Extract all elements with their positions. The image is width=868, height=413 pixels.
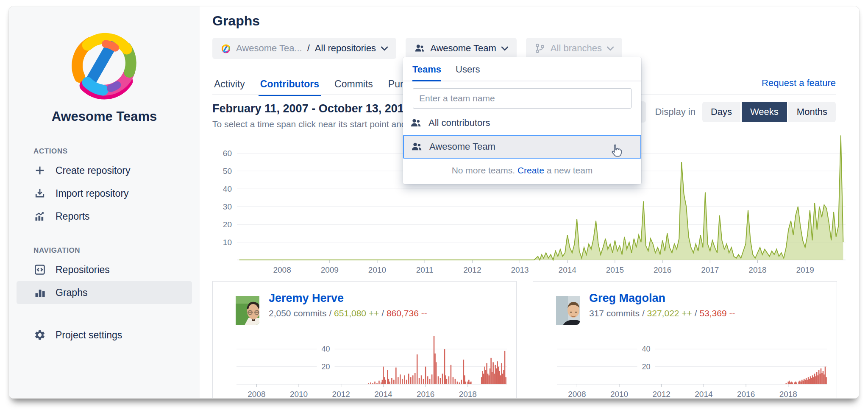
- popup-tabs: Teams Users: [403, 57, 641, 81]
- project-name-truncated: Awesome Tea...: [236, 43, 302, 54]
- tab-contributors[interactable]: Contributors: [259, 78, 321, 96]
- plus-icon: [33, 164, 46, 177]
- contributor-stats: 2,050 commits / 651,080 ++ / 860,736 --: [269, 308, 427, 318]
- period-block: February 11, 2007 - October 13, 2019 To …: [212, 102, 410, 129]
- branch-icon: [534, 43, 545, 54]
- svg-text:2008: 2008: [273, 265, 291, 274]
- avatar: [225, 290, 259, 325]
- svg-text:20: 20: [223, 220, 232, 229]
- team-selector-popup: Teams Users All contributors Awesome Tea…: [403, 57, 641, 184]
- sidebar-item-graphs[interactable]: Graphs: [17, 281, 192, 304]
- sidebar-item-reports[interactable]: Reports: [17, 205, 192, 228]
- svg-text:2010: 2010: [290, 390, 308, 399]
- svg-text:50: 50: [223, 167, 232, 176]
- svg-text:2018: 2018: [459, 390, 477, 399]
- sidebar: Awesome Teams ACTIONS Create repository …: [9, 6, 200, 398]
- popup-tab-teams[interactable]: Teams: [412, 64, 441, 81]
- sidebar-item-label: Project settings: [56, 329, 122, 341]
- time-span-hint: To select a time span click near its sta…: [212, 119, 410, 129]
- display-months-button[interactable]: Months: [788, 102, 836, 122]
- project-logo-icon: [221, 43, 231, 53]
- sidebar-item-label: Create repository: [56, 165, 130, 176]
- branch-selector[interactable]: All branches: [526, 38, 622, 59]
- people-icon: [410, 117, 422, 129]
- tab-activity[interactable]: Activity: [212, 78, 247, 95]
- svg-text:2018: 2018: [748, 265, 766, 274]
- svg-text:40: 40: [223, 184, 232, 193]
- contributor-cards: Jeremy Herve 2,050 commits / 651,080 ++ …: [212, 281, 837, 399]
- sidebar-item-label: Graphs: [56, 287, 87, 299]
- svg-text:2010: 2010: [368, 265, 386, 274]
- svg-text:20: 20: [322, 363, 330, 371]
- popup-item-all-contributors[interactable]: All contributors: [403, 111, 641, 135]
- sidebar-item-repositories[interactable]: Repositories: [17, 258, 192, 281]
- sidebar-item-create-repository[interactable]: Create repository: [17, 159, 192, 182]
- contributor-stats: 317 commits / 327,022 ++ / 53,369 --: [589, 308, 735, 318]
- people-icon: [411, 141, 423, 153]
- svg-text:60: 60: [223, 149, 232, 158]
- avatar: [545, 290, 580, 325]
- chevron-down-icon: [607, 46, 614, 51]
- page-title: Graphs: [212, 13, 260, 29]
- svg-text:2013: 2013: [511, 265, 529, 274]
- contributor-card: Jeremy Herve 2,050 commits / 651,080 ++ …: [212, 281, 517, 399]
- svg-text:2016: 2016: [417, 390, 434, 399]
- team-name: Awesome Team: [430, 43, 496, 54]
- team-search-input[interactable]: [413, 88, 632, 109]
- import-icon: [33, 187, 46, 200]
- request-a-feature-link[interactable]: Request a feature: [762, 78, 836, 89]
- popup-item-awesome-team[interactable]: Awesome Team: [403, 135, 641, 159]
- bar-chart-icon: [33, 286, 46, 299]
- svg-text:40: 40: [642, 345, 651, 353]
- svg-text:2016: 2016: [737, 390, 755, 399]
- popup-tab-users[interactable]: Users: [456, 64, 480, 81]
- svg-text:2008: 2008: [568, 390, 586, 399]
- svg-text:2018: 2018: [779, 390, 797, 399]
- create-team-link[interactable]: Create: [517, 165, 544, 175]
- svg-text:2011: 2011: [416, 265, 434, 274]
- lines-added: 327,022 ++: [647, 308, 692, 318]
- svg-text:2014: 2014: [695, 390, 713, 399]
- team-selector[interactable]: Awesome Team: [406, 38, 517, 59]
- gear-icon: [33, 329, 46, 341]
- svg-text:2012: 2012: [332, 390, 350, 399]
- project-logo: [66, 22, 143, 105]
- display-unit-switch: Days Weeks Months: [702, 102, 836, 122]
- svg-text:30: 30: [223, 202, 232, 211]
- sidebar-section-navigation: NAVIGATION: [33, 246, 200, 255]
- people-icon: [414, 43, 425, 54]
- filter-bar: Awesome Tea... / All repositories Awesom…: [212, 38, 622, 59]
- project-title: Awesome Teams: [9, 109, 200, 124]
- svg-text:2019: 2019: [796, 265, 814, 274]
- display-days-button[interactable]: Days: [702, 102, 740, 122]
- svg-text:2017: 2017: [701, 265, 719, 274]
- main-content: Graphs Awesome Tea... / All repositories…: [200, 6, 859, 398]
- sidebar-section-actions: ACTIONS: [33, 147, 200, 156]
- app-window: Awesome Teams ACTIONS Create repository …: [8, 6, 860, 399]
- path-separator: /: [307, 43, 310, 54]
- lines-removed: 53,369 --: [699, 308, 735, 318]
- sidebar-item-label: Import repository: [56, 188, 129, 199]
- commits-count: 2,050 commits: [269, 308, 327, 318]
- reports-icon: [33, 210, 46, 223]
- tab-commits[interactable]: Commits: [333, 78, 375, 95]
- display-weeks-button[interactable]: Weeks: [742, 102, 787, 122]
- branch-name: All branches: [551, 43, 602, 54]
- repository-name: All repositories: [315, 43, 376, 54]
- svg-text:2008: 2008: [248, 390, 265, 399]
- svg-text:2009: 2009: [321, 265, 339, 274]
- repository-selector[interactable]: Awesome Tea... / All repositories: [212, 38, 396, 59]
- sidebar-item-import-repository[interactable]: Import repository: [17, 182, 192, 205]
- lines-removed: 860,736 --: [387, 308, 427, 318]
- sidebar-item-label: Reports: [56, 211, 90, 222]
- svg-text:2014: 2014: [374, 390, 392, 399]
- contributor-name[interactable]: Greg Magolan: [589, 292, 735, 305]
- sidebar-item-project-settings[interactable]: Project settings: [17, 324, 192, 346]
- commits-count: 317 commits: [589, 308, 640, 318]
- display-in-label: Display in: [655, 106, 696, 117]
- svg-text:10: 10: [223, 238, 232, 247]
- contributor-name[interactable]: Jeremy Herve: [269, 292, 427, 305]
- contributor-commits-chart: 2008201020122014201620182040: [224, 331, 512, 399]
- svg-text:2012: 2012: [653, 390, 670, 399]
- popup-footer: No more teams. Create a new team: [403, 159, 641, 180]
